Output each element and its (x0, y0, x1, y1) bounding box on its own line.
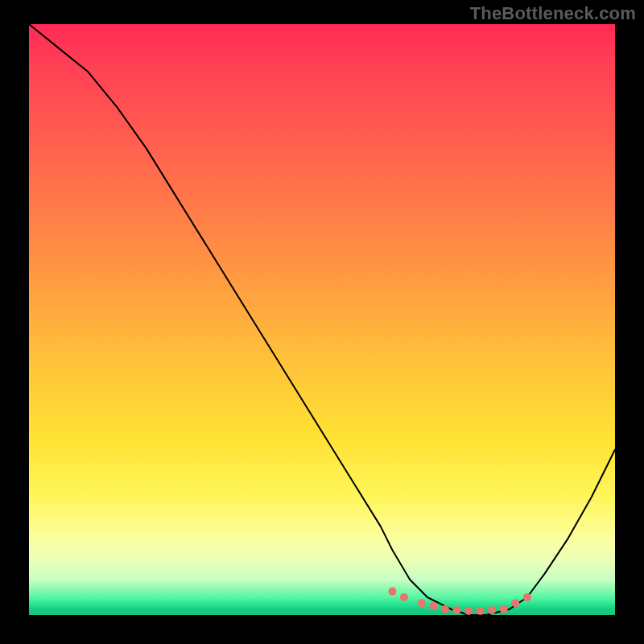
bottleneck-curve (29, 24, 615, 615)
curve-svg (29, 24, 615, 615)
valley-dot (523, 593, 531, 601)
valley-dot (488, 606, 496, 614)
plot-area (29, 24, 615, 615)
valley-dot (418, 599, 426, 607)
valley-dot (452, 606, 460, 614)
chart-frame: TheBottleneck.com (0, 0, 644, 644)
valley-dots-group (388, 588, 530, 615)
valley-dot (400, 593, 408, 601)
valley-dot (464, 607, 473, 615)
valley-dot (441, 605, 449, 613)
watermark-text: TheBottleneck.com (470, 3, 636, 24)
valley-dot (511, 599, 519, 607)
valley-dot (429, 602, 437, 610)
valley-dot (388, 588, 396, 596)
valley-dot (477, 607, 485, 615)
valley-dot (500, 605, 508, 613)
